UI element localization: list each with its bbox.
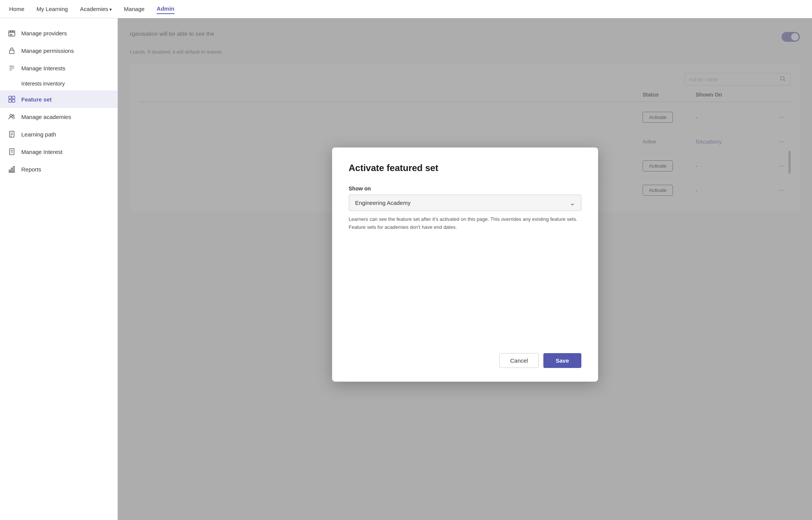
main-layout: Manage providers Manage permissions Mana…: [0, 18, 812, 520]
modal-helper-text: Learners can see the feature set after i…: [349, 216, 581, 231]
academy-select[interactable]: Engineering Academy: [349, 195, 581, 211]
sidebar-label-learning-path: Learning path: [21, 131, 56, 138]
cancel-button[interactable]: Cancel: [499, 353, 539, 368]
chart-icon: [8, 165, 16, 173]
svg-rect-1: [10, 31, 11, 32]
sidebar-item-learning-path[interactable]: Learning path: [0, 125, 117, 143]
svg-rect-20: [9, 170, 10, 172]
sidebar-item-feature-set[interactable]: Feature set: [0, 90, 117, 108]
show-on-field: Show on Engineering Academy ⌄ Learners c…: [349, 185, 581, 231]
sidebar-label-interests-inventory: Interests inventory: [21, 81, 65, 87]
nav-admin[interactable]: Admin: [157, 4, 174, 14]
nav-academies[interactable]: Academies: [80, 4, 112, 14]
modal-title: Activate featured set: [349, 163, 581, 173]
svg-point-12: [13, 115, 14, 116]
svg-rect-10: [12, 100, 15, 102]
lock-icon: [8, 46, 16, 55]
svg-point-11: [10, 114, 12, 117]
svg-rect-2: [13, 31, 13, 32]
sidebar: Manage providers Manage permissions Mana…: [0, 18, 118, 520]
sidebar-item-interests-inventory[interactable]: Interests inventory: [0, 77, 117, 90]
people-icon: [8, 113, 16, 121]
learning-path-icon: [8, 130, 16, 138]
sidebar-item-manage-academies[interactable]: Manage academies: [0, 108, 117, 125]
sidebar-label-reports: Reports: [21, 166, 41, 173]
sidebar-item-reports[interactable]: Reports: [0, 160, 117, 178]
svg-rect-7: [9, 96, 11, 99]
modal-footer: Cancel Save: [349, 353, 581, 368]
sidebar-item-manage-permissions[interactable]: Manage permissions: [0, 42, 117, 59]
sidebar-label-manage-permissions: Manage permissions: [21, 48, 74, 54]
top-navigation: Home My Learning Academies Manage Admin: [0, 0, 812, 18]
svg-rect-17: [9, 149, 14, 155]
sidebar-label-manage-academies: Manage academies: [21, 114, 71, 120]
svg-rect-3: [9, 50, 14, 54]
helper-line-2: Feature sets for academies don't have en…: [349, 224, 457, 230]
save-button[interactable]: Save: [543, 353, 581, 368]
main-content: rganisation will be able to see the t ca…: [118, 18, 812, 520]
feature-set-icon: [8, 95, 16, 103]
svg-rect-8: [12, 96, 15, 99]
activate-featured-set-modal: Activate featured set Show on Engineerin…: [332, 147, 598, 382]
sidebar-item-manage-providers[interactable]: Manage providers: [0, 24, 117, 42]
select-wrapper: Engineering Academy ⌄: [349, 195, 581, 211]
sidebar-label-manage-interest: Manage Interest: [21, 149, 62, 155]
sidebar-item-manage-interest[interactable]: Manage Interest: [0, 143, 117, 160]
helper-line-1: Learners can see the feature set after i…: [349, 216, 578, 222]
nav-manage[interactable]: Manage: [124, 4, 144, 14]
svg-rect-22: [13, 166, 14, 172]
sidebar-label-manage-interests: Manage Interests: [21, 65, 65, 71]
svg-rect-21: [11, 168, 13, 172]
nav-home[interactable]: Home: [9, 4, 24, 14]
building-icon: [8, 29, 16, 37]
svg-rect-9: [9, 100, 11, 102]
list-icon: [8, 64, 16, 72]
sidebar-label-feature-set: Feature set: [21, 96, 52, 103]
show-on-label: Show on: [349, 185, 581, 192]
sidebar-label-manage-providers: Manage providers: [21, 30, 67, 36]
sidebar-item-manage-interests[interactable]: Manage Interests: [0, 59, 117, 77]
manage-interest-icon: [8, 147, 16, 156]
nav-my-learning[interactable]: My Learning: [36, 4, 68, 14]
